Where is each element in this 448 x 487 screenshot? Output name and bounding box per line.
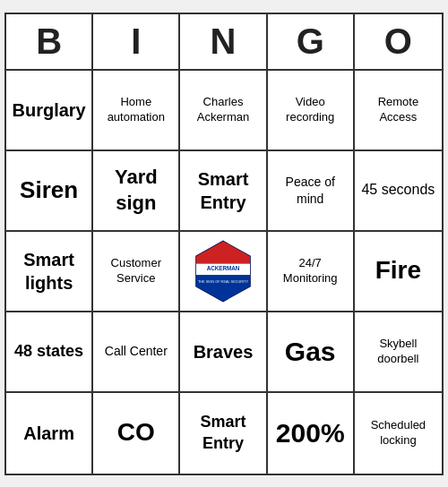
bingo-grid: Burglary Home automation Charles Ackerma… bbox=[6, 71, 442, 474]
cell-i3: Customer Service bbox=[93, 232, 180, 312]
cell-i1: Home automation bbox=[93, 71, 180, 151]
cell-b4: 48 states bbox=[6, 312, 93, 393]
cell-g2: Peace of mind bbox=[268, 151, 355, 232]
cell-o5: Scheduled locking bbox=[355, 393, 442, 474]
cell-b2: Siren bbox=[6, 151, 93, 232]
letter-b: B bbox=[6, 14, 93, 69]
letter-i: I bbox=[93, 14, 180, 69]
svg-text:ACKERMAN: ACKERMAN bbox=[207, 264, 240, 270]
svg-text:THE SIGN OF REAL SECURITY: THE SIGN OF REAL SECURITY bbox=[198, 279, 248, 283]
cell-n3-logo: ACKERMAN THE SIGN OF REAL SECURITY bbox=[180, 232, 267, 312]
cell-o1: Remote Access bbox=[355, 71, 442, 151]
cell-i4: Call Center bbox=[93, 312, 180, 393]
cell-o3: Fire bbox=[355, 232, 442, 312]
cell-g1: Video recording bbox=[268, 71, 355, 151]
cell-b3: Smart lights bbox=[6, 232, 93, 312]
cell-n4: Braves bbox=[180, 312, 267, 393]
letter-n: N bbox=[180, 14, 267, 69]
ackerman-logo-svg: ACKERMAN THE SIGN OF REAL SECURITY bbox=[192, 240, 254, 303]
cell-i5: CO bbox=[93, 393, 180, 474]
bingo-card: B I N G O Burglary Home automation Charl… bbox=[4, 13, 444, 475]
cell-g4: Gas bbox=[268, 312, 355, 393]
cell-i2: Yard sign bbox=[93, 151, 180, 232]
cell-o4: Skybell doorbell bbox=[355, 312, 442, 393]
cell-n2: Smart Entry bbox=[180, 151, 267, 232]
bingo-header: B I N G O bbox=[6, 14, 442, 71]
cell-g5: 200% bbox=[268, 393, 355, 474]
cell-n1: Charles Ackerman bbox=[180, 71, 267, 151]
cell-b5: Alarm bbox=[6, 393, 93, 474]
letter-o: O bbox=[355, 14, 442, 69]
cell-g3: 24/7 Monitoring bbox=[268, 232, 355, 312]
cell-b1: Burglary bbox=[6, 71, 93, 151]
svg-rect-2 bbox=[192, 240, 254, 264]
cell-n5: Smart Entry bbox=[180, 393, 267, 474]
letter-g: G bbox=[268, 14, 355, 69]
svg-rect-4 bbox=[192, 275, 254, 303]
cell-o2: 45 seconds bbox=[355, 151, 442, 232]
